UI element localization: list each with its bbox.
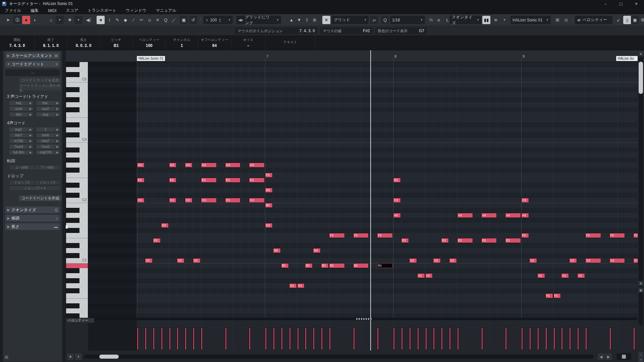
- piano-key[interactable]: [66, 313, 88, 318]
- section-transpose[interactable]: ▶ 移調 ♪: [5, 215, 60, 222]
- midi-note[interactable]: A2: [505, 213, 521, 218]
- piano-key[interactable]: [66, 243, 88, 248]
- tetrad-pad-7sus2[interactable]: 7sus2▶: [36, 144, 60, 149]
- section-chord-edit[interactable]: ▼ コードエディット ≡: [5, 61, 60, 67]
- velocity-bar[interactable]: [561, 327, 563, 350]
- drop3-button[interactable]: ドロップ3: [35, 180, 60, 185]
- midi-note[interactable]: F2: [329, 233, 345, 238]
- play-chord-icon[interactable]: ▶: [55, 134, 60, 137]
- piano-key[interactable]: [66, 147, 88, 153]
- line-tool-icon[interactable]: ∕: [129, 16, 138, 24]
- piano-key[interactable]: C5: [66, 77, 88, 82]
- piano-key[interactable]: [66, 278, 88, 283]
- play-chord-icon[interactable]: ▶: [55, 145, 60, 148]
- midi-note[interactable]: C2: [409, 258, 417, 263]
- piano-key[interactable]: C4: [66, 137, 88, 142]
- play-chord-icon[interactable]: ▶: [55, 151, 60, 154]
- tetrad-pad-minj7[interactable]: minj7▶: [36, 138, 60, 143]
- velocity-stepper[interactable]: ▲▼: [219, 18, 221, 22]
- move-end-icon[interactable]: ≣: [311, 16, 319, 24]
- midi-note[interactable]: F1: [545, 293, 553, 298]
- triad-pad-aug[interactable]: aug▶: [36, 112, 60, 117]
- piano-key[interactable]: [66, 288, 88, 293]
- grid-plus-minus-button[interactable]: -|+: [370, 16, 378, 24]
- midi-note[interactable]: E2: [401, 238, 409, 243]
- split-tool-icon[interactable]: ✂: [138, 16, 146, 24]
- velocity-bar[interactable]: [633, 327, 635, 350]
- drop2-button[interactable]: ドロップ2: [9, 180, 35, 185]
- velocity-bar[interactable]: [537, 327, 539, 350]
- move-down-button[interactable]: 下へ移動: [35, 165, 60, 170]
- info-field-5[interactable]: ベロシティー100: [133, 36, 166, 50]
- midi-note[interactable]: G3: [169, 163, 177, 168]
- pin-icon[interactable]: ➤: [4, 16, 12, 24]
- piano-key[interactable]: [66, 308, 88, 313]
- link-grid-overflow-dots[interactable]: ⋮: [283, 17, 287, 21]
- add-lane-button[interactable]: ✚: [67, 353, 74, 360]
- velocity-bar[interactable]: [225, 327, 227, 350]
- velocity-lane-label[interactable]: ベロシティー: [66, 318, 95, 323]
- menu-item[interactable]: スコア: [61, 8, 83, 13]
- midi-note[interactable]: F2: [609, 233, 625, 238]
- toolbar-overflow-dots[interactable]: ⋮: [199, 17, 203, 21]
- velocity-bar[interactable]: [289, 327, 291, 350]
- midi-note[interactable]: A1: [561, 273, 569, 278]
- piano-key[interactable]: [66, 303, 88, 308]
- independent-loop-icon[interactable]: ▣: [180, 16, 188, 24]
- tetrad-pad-maj75[interactable]: maj7/#5▶: [36, 150, 60, 155]
- velocity-bar[interactable]: [505, 327, 507, 350]
- velocity-bar[interactable]: [145, 327, 147, 350]
- piano-key[interactable]: [66, 233, 88, 238]
- section-scale-assistant[interactable]: ▶ スケールアシスタント ⊞: [5, 52, 60, 59]
- piano-key[interactable]: C2: [66, 258, 88, 263]
- acoustic-feedback-icon[interactable]: ◗: [31, 16, 39, 24]
- piano-key[interactable]: [66, 293, 88, 298]
- lane-select-dropdown[interactable]: ▼: [75, 353, 82, 360]
- part-start-label[interactable]: HALion Sonic 01: [137, 56, 165, 61]
- note-grid[interactable]: G3G3G3G3G3G3E3E3E3E3E3C3C3C3C3C3C3C2E2G2…: [88, 62, 638, 318]
- tetrad-pad-m7b5[interactable]: m7/b5▶: [9, 138, 33, 143]
- midi-note[interactable]: B2: [265, 203, 273, 208]
- velocity-bar[interactable]: [433, 327, 435, 350]
- triad-pad-sus2[interactable]: sus2▶: [36, 106, 60, 111]
- add-chord-track-button[interactable]: コードトラックを追加: [19, 77, 61, 83]
- tetrad-pad-7sus4[interactable]: 7sus4▶: [9, 144, 33, 149]
- play-chord-icon[interactable]: ▶: [28, 113, 33, 116]
- solo-button[interactable]: Ⓢ: [13, 16, 21, 24]
- info-field-7[interactable]: オフベロシティー64: [198, 36, 231, 50]
- h-zoom-slider[interactable]: [616, 353, 631, 360]
- midi-note[interactable]: G3: [137, 163, 145, 168]
- velocity-bar[interactable]: [161, 327, 163, 350]
- velocity-bar[interactable]: [481, 327, 483, 350]
- midi-note[interactable]: C2: [633, 258, 638, 263]
- midi-note[interactable]: E2: [153, 238, 161, 243]
- setup-gear-icon[interactable]: ⚙: [639, 16, 644, 24]
- piano-key[interactable]: [66, 97, 88, 102]
- midi-note[interactable]: E2: [457, 238, 473, 243]
- select-tool[interactable]: ➤: [97, 16, 105, 24]
- midi-note[interactable]: C3: [137, 198, 145, 203]
- midi-note[interactable]: C3: [393, 198, 401, 203]
- quantize-preset-dropdown[interactable]: 1/16 ▼: [390, 16, 425, 24]
- active-part-dropdown[interactable]: HALion Sonic 01 ▼: [511, 16, 551, 24]
- menu-item[interactable]: ウィンドウ: [121, 8, 151, 13]
- midi-input-icon[interactable]: ⊙: [562, 16, 570, 24]
- scroll-down-icon[interactable]: ▼: [638, 281, 643, 286]
- close-button[interactable]: ✕: [629, 0, 644, 7]
- velocity-dropdown-icon[interactable]: ▼: [225, 18, 231, 21]
- midi-note[interactable]: A2: [481, 213, 497, 218]
- move-up-icon[interactable]: ⇧: [303, 16, 311, 24]
- velocity-bar[interactable]: [305, 327, 307, 350]
- midi-note[interactable]: B1: [329, 263, 345, 268]
- midi-note[interactable]: A1: [577, 273, 585, 278]
- piano-key[interactable]: [66, 163, 88, 168]
- velocity-bar[interactable]: [313, 327, 315, 350]
- info-field-3[interactable]: 長さ0. 0. 2. 0: [67, 36, 100, 50]
- event-colors-icon[interactable]: ❖: [66, 16, 74, 24]
- midi-note[interactable]: G3: [185, 163, 193, 168]
- midi-note-selected[interactable]: B1: [377, 263, 393, 268]
- velocity-bar[interactable]: [577, 327, 579, 350]
- event-display-dropdown[interactable]: ◀⟩ ベロシティー: [575, 16, 612, 24]
- draw-tool-icon[interactable]: ✎: [113, 16, 121, 24]
- piano-key[interactable]: [66, 183, 88, 188]
